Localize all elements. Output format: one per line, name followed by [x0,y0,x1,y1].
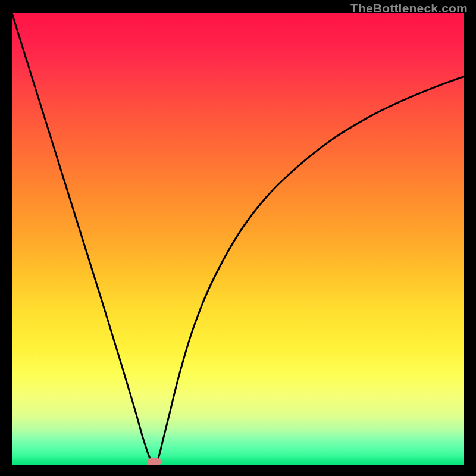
optimal-point-marker [147,458,161,465]
plot-area [12,13,464,465]
watermark-label: TheBottleneck.com [350,1,468,15]
chart-container: TheBottleneck.com [0,0,476,476]
bottleneck-curve [12,13,464,465]
curve-layer [12,13,464,465]
